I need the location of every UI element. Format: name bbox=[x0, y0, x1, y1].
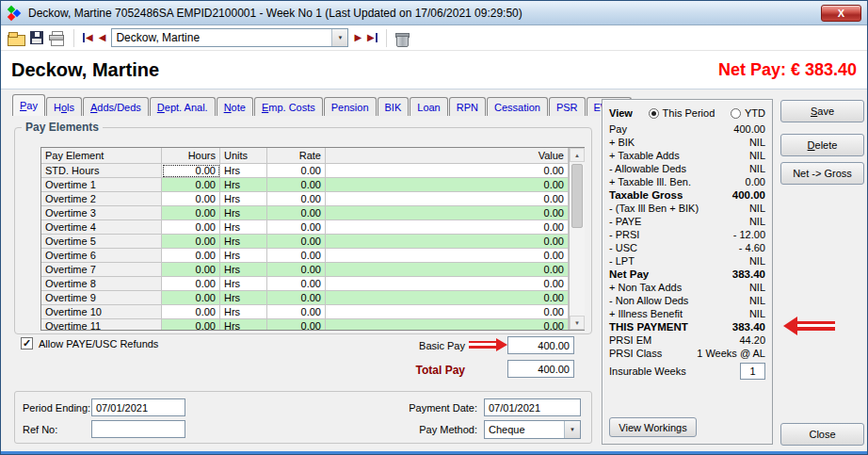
cell-hours[interactable]: 0.00 bbox=[162, 277, 220, 291]
cell-pay-element[interactable]: Overtime 6 bbox=[41, 249, 162, 263]
cell-value[interactable]: 0.00 bbox=[326, 220, 569, 235]
cell-rate[interactable]: 0.00 bbox=[267, 220, 326, 235]
printer-icon[interactable] bbox=[49, 31, 65, 44]
cell-pay-element[interactable]: Overtime 5 bbox=[41, 235, 162, 249]
chevron-down-icon[interactable]: ▼ bbox=[331, 29, 347, 46]
cell-units[interactable]: Hrs bbox=[220, 263, 267, 277]
tab-adds-deds[interactable]: Adds/Deds bbox=[83, 97, 149, 116]
cell-units[interactable]: Hrs bbox=[220, 220, 267, 235]
tab-note[interactable]: Note bbox=[217, 97, 253, 116]
basic-pay-input[interactable]: 400.00 bbox=[507, 336, 574, 354]
cell-hours[interactable]: 0.00 bbox=[162, 206, 220, 220]
cell-rate[interactable]: 0.00 bbox=[267, 319, 326, 330]
cell-rate[interactable]: 0.00 bbox=[267, 178, 326, 192]
last-record-button[interactable]: ▶ bbox=[367, 33, 378, 42]
open-folder-icon[interactable] bbox=[8, 31, 24, 45]
cell-hours[interactable]: 0.00 bbox=[162, 220, 220, 235]
cell-pay-element[interactable]: Overtime 8 bbox=[41, 277, 162, 291]
cell-hours[interactable]: 0.00 bbox=[162, 291, 220, 305]
cell-units[interactable]: Hrs bbox=[220, 249, 267, 263]
cell-rate[interactable]: 0.00 bbox=[267, 164, 326, 178]
cell-pay-element[interactable]: Overtime 3 bbox=[41, 206, 162, 220]
next-record-button[interactable]: ▶ bbox=[354, 33, 362, 42]
cell-pay-element[interactable]: Overtime 4 bbox=[41, 220, 162, 235]
cell-pay-element[interactable]: Overtime 10 bbox=[41, 305, 162, 319]
tab-rpn[interactable]: RPN bbox=[449, 97, 486, 116]
cell-hours[interactable]: 0.00 bbox=[162, 192, 220, 206]
cell-units[interactable]: Hrs bbox=[220, 291, 267, 305]
insurable-weeks-input[interactable]: 1 bbox=[740, 363, 765, 380]
cell-hours[interactable]: 0.00 bbox=[162, 319, 220, 330]
tab-pension[interactable]: Pension bbox=[324, 97, 377, 116]
tab-dept-anal[interactable]: Dept. Anal. bbox=[150, 97, 216, 116]
scroll-down-icon[interactable]: ▼ bbox=[570, 316, 585, 330]
pay-method-select[interactable]: Cheque ▼ bbox=[484, 420, 581, 439]
cell-pay-element[interactable]: Overtime 1 bbox=[41, 178, 162, 192]
cell-hours[interactable]: 0.00 bbox=[162, 263, 220, 277]
employee-selector[interactable]: Deckow, Martine ▼ bbox=[111, 28, 348, 47]
allow-refunds-checkbox[interactable]: ✓ bbox=[21, 337, 33, 349]
cell-value[interactable]: 0.00 bbox=[326, 206, 569, 220]
grid-scrollbar[interactable]: ▲ ▼ bbox=[569, 148, 585, 330]
delete-button[interactable]: Delete bbox=[780, 134, 864, 156]
ref-no-input[interactable] bbox=[91, 420, 185, 438]
tab-psr[interactable]: PSR bbox=[549, 97, 586, 116]
cell-pay-element[interactable]: Overtime 11 bbox=[41, 319, 162, 330]
cell-value[interactable]: 0.00 bbox=[326, 235, 569, 249]
net-to-gross-button[interactable]: Net -> Gross bbox=[780, 162, 864, 185]
scroll-up-icon[interactable]: ▲ bbox=[570, 148, 585, 162]
cell-hours[interactable]: 0.00 bbox=[162, 235, 220, 249]
cell-rate[interactable]: 0.00 bbox=[267, 235, 326, 249]
cell-units[interactable]: Hrs bbox=[220, 192, 267, 206]
tab-hols[interactable]: Hols bbox=[46, 97, 82, 116]
tab-cessation[interactable]: Cessation bbox=[487, 97, 548, 116]
cell-rate[interactable]: 0.00 bbox=[267, 192, 326, 206]
cell-pay-element[interactable]: Overtime 9 bbox=[41, 291, 162, 305]
cell-rate[interactable]: 0.00 bbox=[267, 305, 326, 319]
cell-value[interactable]: 0.00 bbox=[326, 178, 569, 192]
tab-emp-costs[interactable]: Emp. Costs bbox=[254, 97, 323, 116]
close-button[interactable]: Close bbox=[780, 423, 864, 446]
cell-rate[interactable]: 0.00 bbox=[267, 277, 326, 291]
cell-value[interactable]: 0.00 bbox=[326, 249, 569, 263]
cell-hours[interactable]: 0.00 bbox=[162, 178, 220, 192]
cell-value[interactable]: 0.00 bbox=[326, 291, 569, 305]
tab-bik[interactable]: BIK bbox=[378, 97, 410, 116]
cell-units[interactable]: Hrs bbox=[220, 305, 267, 319]
cell-pay-element[interactable]: STD. Hours bbox=[41, 164, 162, 178]
titlebar[interactable]: Deckow, Martine 7052486SA EMPID2100001 -… bbox=[1, 1, 867, 25]
scrollbar-thumb[interactable] bbox=[571, 164, 583, 228]
cell-rate[interactable]: 0.00 bbox=[267, 263, 326, 277]
radio-this-period[interactable]: This Period bbox=[649, 107, 715, 119]
save-button[interactable]: Save bbox=[780, 100, 864, 122]
cell-rate[interactable]: 0.00 bbox=[267, 291, 326, 305]
cell-rate[interactable]: 0.00 bbox=[267, 249, 326, 263]
save-disk-icon[interactable] bbox=[30, 31, 43, 44]
radio-ytd[interactable]: YTD bbox=[731, 107, 765, 119]
cell-pay-element[interactable]: Overtime 7 bbox=[41, 263, 162, 277]
cell-hours[interactable]: 0.00 bbox=[162, 249, 220, 263]
cell-units[interactable]: Hrs bbox=[220, 319, 267, 330]
window-close-button[interactable]: X bbox=[821, 5, 861, 22]
cell-units[interactable]: Hrs bbox=[220, 277, 267, 291]
view-workings-button[interactable]: View Workings bbox=[609, 417, 697, 437]
cell-value[interactable]: 0.00 bbox=[326, 277, 569, 291]
payment-date-input[interactable]: 07/01/2021 bbox=[484, 398, 581, 416]
cell-hours[interactable]: 0.00 bbox=[162, 305, 220, 319]
cell-value[interactable]: 0.00 bbox=[326, 192, 569, 206]
cell-units[interactable]: Hrs bbox=[220, 235, 267, 249]
chevron-down-icon[interactable]: ▼ bbox=[564, 421, 580, 438]
period-ending-input[interactable]: 07/01/2021 bbox=[91, 398, 185, 416]
previous-record-button[interactable]: ◀ bbox=[99, 33, 106, 42]
cell-units[interactable]: Hrs bbox=[220, 206, 267, 220]
cell-units[interactable]: Hrs bbox=[220, 164, 267, 178]
cell-units[interactable]: Hrs bbox=[220, 178, 267, 192]
cell-value[interactable]: 0.00 bbox=[326, 263, 569, 277]
recycle-bin-icon[interactable] bbox=[395, 31, 408, 45]
cell-rate[interactable]: 0.00 bbox=[267, 206, 326, 220]
cell-value[interactable]: 0.00 bbox=[326, 164, 569, 178]
first-record-button[interactable]: ◀ bbox=[83, 33, 93, 42]
cell-hours[interactable]: 0.00 bbox=[162, 164, 220, 178]
cell-pay-element[interactable]: Overtime 2 bbox=[41, 192, 162, 206]
cell-value[interactable]: 0.00 bbox=[326, 319, 569, 330]
